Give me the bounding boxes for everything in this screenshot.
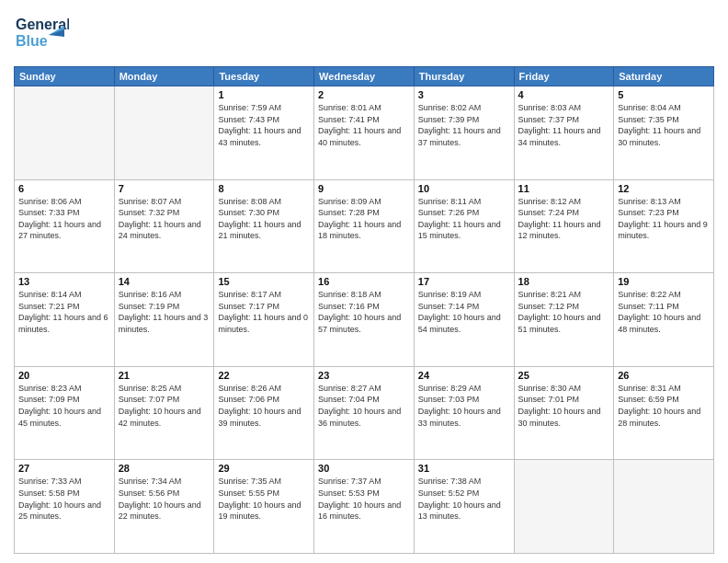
calendar-cell: 3Sunrise: 8:02 AM Sunset: 7:39 PM Daylig… <box>414 86 514 180</box>
weekday-header-saturday: Saturday <box>614 67 714 86</box>
day-number: 26 <box>618 370 710 381</box>
day-info: Sunrise: 8:21 AM Sunset: 7:12 PM Dayligh… <box>518 289 610 335</box>
day-info: Sunrise: 8:07 AM Sunset: 7:32 PM Dayligh… <box>119 196 210 242</box>
calendar-cell: 10Sunrise: 8:11 AM Sunset: 7:26 PM Dayli… <box>414 179 514 273</box>
day-info: Sunrise: 7:34 AM Sunset: 5:56 PM Dayligh… <box>119 476 210 522</box>
day-info: Sunrise: 8:22 AM Sunset: 7:11 PM Dayligh… <box>618 289 710 335</box>
calendar-cell: 18Sunrise: 8:21 AM Sunset: 7:12 PM Dayli… <box>514 273 614 367</box>
calendar-cell: 30Sunrise: 7:37 AM Sunset: 5:53 PM Dayli… <box>314 460 415 554</box>
day-number: 9 <box>318 183 410 194</box>
day-info: Sunrise: 8:04 AM Sunset: 7:35 PM Dayligh… <box>618 102 710 148</box>
calendar-cell: 17Sunrise: 8:19 AM Sunset: 7:14 PM Dayli… <box>414 273 514 367</box>
calendar-cell: 21Sunrise: 8:25 AM Sunset: 7:07 PM Dayli… <box>114 366 214 460</box>
day-info: Sunrise: 7:33 AM Sunset: 5:58 PM Dayligh… <box>18 476 110 522</box>
calendar-week-row: 27Sunrise: 7:33 AM Sunset: 5:58 PM Dayli… <box>15 460 714 554</box>
day-number: 16 <box>318 276 410 287</box>
weekday-header-monday: Monday <box>114 67 214 86</box>
day-number: 2 <box>318 89 410 100</box>
day-number: 7 <box>119 183 210 194</box>
day-info: Sunrise: 8:27 AM Sunset: 7:04 PM Dayligh… <box>318 383 410 429</box>
weekday-header-wednesday: Wednesday <box>314 67 415 86</box>
day-info: Sunrise: 8:23 AM Sunset: 7:09 PM Dayligh… <box>18 383 110 429</box>
day-number: 5 <box>618 89 710 100</box>
calendar-cell: 16Sunrise: 8:18 AM Sunset: 7:16 PM Dayli… <box>314 273 415 367</box>
logo-icon: General Blue <box>14 9 69 59</box>
day-number: 22 <box>218 370 310 381</box>
day-info: Sunrise: 8:31 AM Sunset: 6:59 PM Dayligh… <box>618 383 710 429</box>
day-info: Sunrise: 8:18 AM Sunset: 7:16 PM Dayligh… <box>318 289 410 335</box>
calendar-cell: 11Sunrise: 8:12 AM Sunset: 7:24 PM Dayli… <box>514 179 614 273</box>
weekday-header-row: SundayMondayTuesdayWednesdayThursdayFrid… <box>15 67 714 86</box>
page: General Blue SundayMondayTuesdayWednesda… <box>0 0 728 563</box>
day-number: 11 <box>518 183 610 194</box>
calendar-week-row: 6Sunrise: 8:06 AM Sunset: 7:33 PM Daylig… <box>15 179 714 273</box>
weekday-header-sunday: Sunday <box>15 67 115 86</box>
day-number: 21 <box>119 370 210 381</box>
day-number: 28 <box>119 463 210 474</box>
day-number: 3 <box>418 89 510 100</box>
day-number: 8 <box>218 183 310 194</box>
day-info: Sunrise: 8:14 AM Sunset: 7:21 PM Dayligh… <box>18 289 110 335</box>
day-number: 30 <box>318 463 410 474</box>
day-info: Sunrise: 8:26 AM Sunset: 7:06 PM Dayligh… <box>218 383 310 429</box>
calendar-cell: 4Sunrise: 8:03 AM Sunset: 7:37 PM Daylig… <box>514 86 614 180</box>
svg-text:Blue: Blue <box>16 33 48 49</box>
calendar-cell: 8Sunrise: 8:08 AM Sunset: 7:30 PM Daylig… <box>214 179 314 273</box>
calendar-cell: 20Sunrise: 8:23 AM Sunset: 7:09 PM Dayli… <box>15 366 115 460</box>
calendar-cell: 28Sunrise: 7:34 AM Sunset: 5:56 PM Dayli… <box>114 460 214 554</box>
calendar-cell: 7Sunrise: 8:07 AM Sunset: 7:32 PM Daylig… <box>114 179 214 273</box>
calendar-cell <box>114 86 214 180</box>
day-info: Sunrise: 8:13 AM Sunset: 7:23 PM Dayligh… <box>618 196 710 242</box>
weekday-header-tuesday: Tuesday <box>214 67 314 86</box>
calendar-cell: 5Sunrise: 8:04 AM Sunset: 7:35 PM Daylig… <box>614 86 714 180</box>
calendar-cell: 19Sunrise: 8:22 AM Sunset: 7:11 PM Dayli… <box>614 273 714 367</box>
calendar-cell: 6Sunrise: 8:06 AM Sunset: 7:33 PM Daylig… <box>15 179 115 273</box>
calendar-cell: 2Sunrise: 8:01 AM Sunset: 7:41 PM Daylig… <box>314 86 415 180</box>
calendar-cell: 26Sunrise: 8:31 AM Sunset: 6:59 PM Dayli… <box>614 366 714 460</box>
calendar-cell: 27Sunrise: 7:33 AM Sunset: 5:58 PM Dayli… <box>15 460 115 554</box>
calendar-cell: 15Sunrise: 8:17 AM Sunset: 7:17 PM Dayli… <box>214 273 314 367</box>
calendar-cell: 31Sunrise: 7:38 AM Sunset: 5:52 PM Dayli… <box>414 460 514 554</box>
header: General Blue <box>14 9 714 59</box>
calendar-week-row: 20Sunrise: 8:23 AM Sunset: 7:09 PM Dayli… <box>15 366 714 460</box>
day-number: 20 <box>18 370 110 381</box>
day-info: Sunrise: 8:30 AM Sunset: 7:01 PM Dayligh… <box>518 383 610 429</box>
calendar-cell: 12Sunrise: 8:13 AM Sunset: 7:23 PM Dayli… <box>614 179 714 273</box>
day-info: Sunrise: 7:37 AM Sunset: 5:53 PM Dayligh… <box>318 476 410 522</box>
calendar-cell: 24Sunrise: 8:29 AM Sunset: 7:03 PM Dayli… <box>414 366 514 460</box>
day-number: 27 <box>18 463 110 474</box>
day-number: 31 <box>418 463 510 474</box>
day-number: 13 <box>18 276 110 287</box>
day-info: Sunrise: 8:19 AM Sunset: 7:14 PM Dayligh… <box>418 289 510 335</box>
day-info: Sunrise: 8:08 AM Sunset: 7:30 PM Dayligh… <box>218 196 310 242</box>
calendar-table: SundayMondayTuesdayWednesdayThursdayFrid… <box>14 66 714 554</box>
day-number: 6 <box>18 183 110 194</box>
day-number: 4 <box>518 89 610 100</box>
day-info: Sunrise: 8:01 AM Sunset: 7:41 PM Dayligh… <box>318 102 410 148</box>
day-info: Sunrise: 8:11 AM Sunset: 7:26 PM Dayligh… <box>418 196 510 242</box>
day-info: Sunrise: 7:59 AM Sunset: 7:43 PM Dayligh… <box>218 102 310 148</box>
day-number: 10 <box>418 183 510 194</box>
weekday-header-thursday: Thursday <box>414 67 514 86</box>
day-number: 12 <box>618 183 710 194</box>
calendar-cell <box>514 460 614 554</box>
calendar-cell: 14Sunrise: 8:16 AM Sunset: 7:19 PM Dayli… <box>114 273 214 367</box>
calendar-cell <box>15 86 115 180</box>
day-number: 23 <box>318 370 410 381</box>
day-number: 18 <box>518 276 610 287</box>
day-info: Sunrise: 8:29 AM Sunset: 7:03 PM Dayligh… <box>418 383 510 429</box>
day-info: Sunrise: 8:25 AM Sunset: 7:07 PM Dayligh… <box>119 383 210 429</box>
day-number: 14 <box>119 276 210 287</box>
calendar-cell: 25Sunrise: 8:30 AM Sunset: 7:01 PM Dayli… <box>514 366 614 460</box>
day-number: 29 <box>218 463 310 474</box>
logo: General Blue <box>14 9 69 59</box>
day-number: 19 <box>618 276 710 287</box>
calendar-cell: 29Sunrise: 7:35 AM Sunset: 5:55 PM Dayli… <box>214 460 314 554</box>
day-info: Sunrise: 8:17 AM Sunset: 7:17 PM Dayligh… <box>218 289 310 335</box>
calendar-week-row: 1Sunrise: 7:59 AM Sunset: 7:43 PM Daylig… <box>15 86 714 180</box>
day-number: 1 <box>218 89 310 100</box>
calendar-cell: 9Sunrise: 8:09 AM Sunset: 7:28 PM Daylig… <box>314 179 415 273</box>
calendar-cell: 13Sunrise: 8:14 AM Sunset: 7:21 PM Dayli… <box>15 273 115 367</box>
calendar-week-row: 13Sunrise: 8:14 AM Sunset: 7:21 PM Dayli… <box>15 273 714 367</box>
day-number: 17 <box>418 276 510 287</box>
